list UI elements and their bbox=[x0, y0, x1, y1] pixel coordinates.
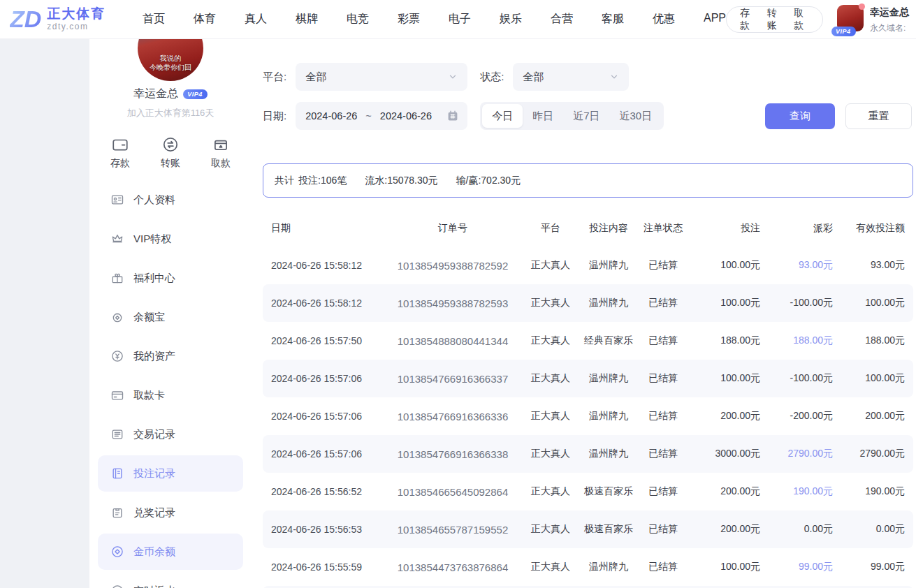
table-row: 2024-06-26 15:58:121013854959388782593正大… bbox=[263, 284, 913, 322]
sidebar-item-8[interactable]: 兑奖记录 bbox=[98, 494, 243, 531]
cell-status: 已结算 bbox=[639, 372, 688, 385]
cell-order_no: 1013854766916366338 bbox=[383, 448, 523, 460]
cell-platform: 正大真人 bbox=[523, 410, 579, 422]
query-button[interactable]: 查询 bbox=[765, 103, 835, 129]
logo-domain: zdty.com bbox=[47, 22, 106, 31]
cell-payout: 2790.00元 bbox=[760, 448, 833, 460]
sidebar-item-label: 福利中心 bbox=[133, 272, 175, 285]
date-range-option-3[interactable]: 近30日 bbox=[610, 104, 662, 128]
profile-username: 幸运金总 bbox=[133, 87, 178, 101]
cell-content: 温州牌九 bbox=[579, 448, 639, 460]
permanent-domain-label: 永久域名: bbox=[870, 22, 916, 34]
site-logo[interactable]: ZD 正大体育 zdty.com bbox=[10, 7, 133, 31]
sidebar-item-4[interactable]: 我的资产 bbox=[98, 338, 243, 374]
sidebar-item-1[interactable]: VIP特权 bbox=[98, 221, 243, 257]
sidebar-item-label: 取款卡 bbox=[133, 389, 165, 402]
cell-payout: 188.00元 bbox=[760, 335, 833, 347]
logo-name: 正大体育 bbox=[47, 7, 106, 22]
nav-item-0[interactable]: 首页 bbox=[143, 12, 165, 27]
nav-item-8[interactable]: 合营 bbox=[551, 12, 573, 27]
cell-order_no: 1013854959388782592 bbox=[383, 260, 523, 272]
cell-content: 温州牌九 bbox=[579, 410, 639, 422]
cell-valid: 0.00元 bbox=[833, 523, 905, 536]
cell-bet: 200.00元 bbox=[688, 410, 760, 422]
bet-record-icon bbox=[110, 466, 124, 480]
cell-platform: 正大真人 bbox=[523, 485, 579, 498]
col-header-2: 平台 bbox=[523, 222, 579, 235]
summary-bets: 投注:106笔 bbox=[298, 175, 347, 187]
nav-item-7[interactable]: 娱乐 bbox=[500, 12, 522, 27]
sidebar-item-7[interactable]: 投注记录 bbox=[98, 455, 243, 492]
sidebar-item-2[interactable]: 福利中心 bbox=[98, 260, 243, 296]
reset-button[interactable]: 重置 bbox=[845, 103, 912, 129]
redeem-icon bbox=[110, 506, 124, 520]
sidebar-item-3[interactable]: 余额宝 bbox=[98, 299, 243, 335]
profile-avatar[interactable]: 我说的 今晚带你们回 bbox=[138, 39, 203, 81]
cell-platform: 正大真人 bbox=[523, 448, 579, 460]
cell-date: 2024-06-26 15:57:06 bbox=[271, 411, 383, 422]
nav-item-9[interactable]: 客服 bbox=[602, 12, 624, 27]
sidebar-item-label: 实时返水 bbox=[133, 585, 175, 588]
cell-status: 已结算 bbox=[639, 561, 688, 573]
transfer-icon bbox=[161, 135, 180, 154]
cell-bet: 200.00元 bbox=[688, 485, 760, 498]
date-range-option-2[interactable]: 近7日 bbox=[563, 104, 609, 128]
cell-payout: 0.00元 bbox=[760, 523, 833, 536]
quick-action-2[interactable]: 取款 bbox=[211, 135, 231, 170]
cell-status: 已结算 bbox=[639, 259, 688, 272]
cell-content: 温州牌九 bbox=[579, 259, 639, 272]
coin-icon bbox=[110, 545, 124, 559]
nav-item-4[interactable]: 电竞 bbox=[347, 12, 369, 27]
header-wallet-action-0[interactable]: 存款 bbox=[740, 7, 755, 32]
date-range-quick-group: 今日昨日近7日近30日 bbox=[480, 102, 664, 130]
nav-item-10[interactable]: 优惠 bbox=[653, 12, 675, 27]
cell-platform: 正大真人 bbox=[523, 523, 579, 536]
sidebar-item-label: 兑奖记录 bbox=[133, 506, 175, 520]
nav-item-6[interactable]: 电子 bbox=[449, 12, 471, 27]
nav-item-2[interactable]: 真人 bbox=[245, 12, 267, 27]
cell-status: 已结算 bbox=[639, 523, 688, 536]
date-range-option-0[interactable]: 今日 bbox=[482, 104, 523, 128]
sidebar-item-0[interactable]: 个人资料 bbox=[98, 182, 243, 218]
cell-order_no: 1013854959388782593 bbox=[383, 297, 523, 309]
sidebar-item-9[interactable]: 金币余额 bbox=[98, 534, 243, 570]
header-wallet-action-2[interactable]: 取款 bbox=[794, 7, 809, 32]
sidebar-item-6[interactable]: 交易记录 bbox=[98, 416, 243, 453]
nav-item-1[interactable]: 体育 bbox=[194, 12, 216, 27]
cell-valid: 190.00元 bbox=[833, 485, 905, 498]
header-user-block[interactable]: VIP4 幸运金总 永久域名: bbox=[837, 5, 916, 34]
nav-item-5[interactable]: 彩票 bbox=[398, 12, 420, 27]
date-to-value: 2024-06-26 bbox=[380, 110, 432, 122]
cell-payout: -100.00元 bbox=[760, 372, 833, 385]
cell-content: 极速百家乐 bbox=[579, 523, 639, 536]
sidebar-item-5[interactable]: 取款卡 bbox=[98, 377, 243, 413]
rebate-icon bbox=[110, 584, 124, 588]
avatar[interactable]: VIP4 bbox=[837, 5, 864, 31]
profile-quick-actions: 存款转账取款 bbox=[89, 135, 252, 170]
col-header-7: 有效投注额 bbox=[833, 222, 905, 235]
cell-status: 已结算 bbox=[639, 410, 688, 422]
quick-action-1[interactable]: 转账 bbox=[161, 135, 180, 170]
date-label: 日期: bbox=[263, 110, 286, 123]
cell-bet: 100.00元 bbox=[688, 561, 760, 573]
date-range-input[interactable]: 2024-06-26 ~ 2024-06-26 bbox=[296, 102, 467, 130]
date-range-option-1[interactable]: 昨日 bbox=[523, 104, 563, 128]
platform-select-value: 全部 bbox=[305, 71, 326, 84]
cell-bet: 188.00元 bbox=[688, 335, 760, 347]
platform-select[interactable]: 全部 bbox=[296, 63, 467, 91]
header-wallet-action-1[interactable]: 转账 bbox=[767, 7, 783, 32]
cell-status: 已结算 bbox=[639, 297, 688, 309]
summary-total-label: 共计 bbox=[275, 175, 294, 187]
sidebar-item-10[interactable]: 实时返水 bbox=[98, 573, 243, 588]
filter-row-1: 平台: 全部 状态: 全部 bbox=[263, 63, 913, 91]
quick-action-0[interactable]: 存款 bbox=[110, 135, 130, 170]
cell-content: 温州牌九 bbox=[579, 297, 639, 309]
nav-item-3[interactable]: 棋牌 bbox=[296, 12, 318, 27]
calendar-icon[interactable] bbox=[446, 110, 459, 122]
nav-item-11[interactable]: APP bbox=[704, 12, 726, 27]
status-select[interactable]: 全部 bbox=[513, 63, 629, 91]
cell-valid: 100.00元 bbox=[833, 297, 905, 309]
sidebar-item-label: 余额宝 bbox=[133, 311, 165, 324]
sidebar-item-label: 金币余额 bbox=[133, 545, 175, 559]
top-header: ZD 正大体育 zdty.com 首页体育真人棋牌电竞彩票电子娱乐合营客服优惠A… bbox=[0, 0, 916, 39]
